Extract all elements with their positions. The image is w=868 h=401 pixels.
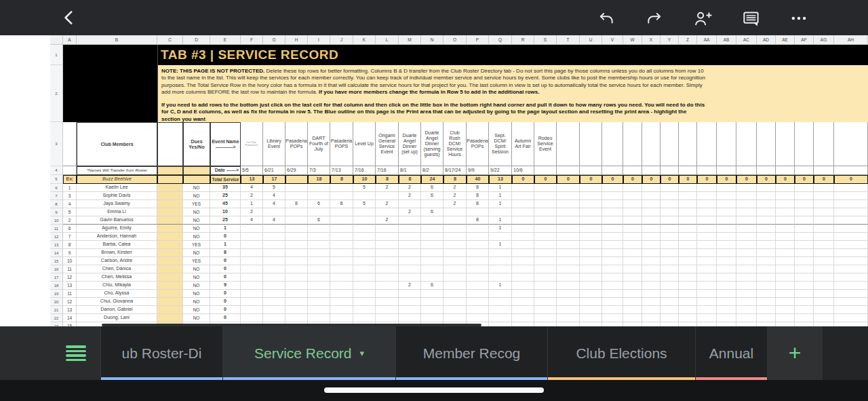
cell-Q20[interactable]: [489, 298, 512, 306]
cell-AE11[interactable]: [776, 225, 795, 233]
cell-D16[interactable]: NO: [183, 265, 210, 273]
cell-N21[interactable]: [421, 306, 443, 314]
cell-Q13[interactable]: 1: [489, 241, 512, 249]
column-header-AF[interactable]: AF: [795, 35, 814, 45]
cell-P13[interactable]: [467, 241, 489, 249]
cell-W5[interactable]: 0: [623, 175, 642, 184]
cell-L9[interactable]: [376, 208, 399, 216]
cell-X17[interactable]: [642, 273, 660, 282]
column-header-E[interactable]: E: [210, 35, 241, 45]
cell-AF16[interactable]: [795, 265, 814, 273]
cell-M14[interactable]: [399, 249, 421, 257]
cell-K14[interactable]: [353, 249, 376, 257]
cell-R15[interactable]: [512, 257, 534, 265]
cell-D5[interactable]: [183, 175, 210, 184]
column-header-U[interactable]: U: [580, 35, 602, 45]
cell-AA5[interactable]: 0: [697, 175, 717, 184]
cell-Y3[interactable]: [660, 122, 679, 166]
cell-K17[interactable]: [353, 273, 376, 282]
cell-A13[interactable]: 8: [63, 241, 77, 249]
cell-AF9[interactable]: [795, 208, 814, 216]
cell-AF11[interactable]: [795, 225, 814, 233]
sheet-tab-ub-roster-di[interactable]: ub Roster-Di: [100, 326, 222, 380]
column-header-X[interactable]: X: [642, 35, 660, 45]
row-header-9[interactable]: 9: [50, 208, 63, 216]
cell-L16[interactable]: [376, 265, 399, 273]
cell-C18[interactable]: [157, 282, 183, 290]
cell-N8[interactable]: [421, 200, 443, 208]
cell-B21[interactable]: Danon, Gabriel: [77, 306, 157, 314]
cell-L22[interactable]: [376, 314, 399, 322]
cell-H13[interactable]: [285, 241, 308, 249]
cell-AB12[interactable]: [717, 233, 736, 241]
cell-X18[interactable]: [642, 282, 660, 290]
cell-AC6[interactable]: [736, 184, 757, 192]
cell-AH22[interactable]: [834, 314, 868, 322]
cell-F14[interactable]: [241, 249, 263, 257]
cell-W18[interactable]: [623, 282, 642, 290]
cell-N10[interactable]: [421, 216, 443, 225]
cell-M16[interactable]: [399, 265, 421, 273]
cell-AD20[interactable]: [757, 298, 776, 306]
cell-AE16[interactable]: [776, 265, 795, 273]
cell-N4[interactable]: 8/2: [421, 166, 443, 175]
cell-I6[interactable]: [308, 184, 330, 192]
cell-E21[interactable]: 0: [210, 306, 241, 314]
cell-AD7[interactable]: [757, 192, 776, 200]
row-header-6[interactable]: 6: [50, 184, 63, 192]
cell-F16[interactable]: [241, 265, 263, 273]
cell-I16[interactable]: [308, 265, 330, 273]
cell-E8[interactable]: 45: [210, 200, 241, 208]
cell-W20[interactable]: [623, 298, 642, 306]
cell-F20[interactable]: [241, 298, 263, 306]
cell-X22[interactable]: [642, 314, 660, 322]
cell-AH3[interactable]: [834, 122, 868, 166]
cell-AA4[interactable]: [697, 166, 717, 175]
cell-Q9[interactable]: [489, 208, 512, 216]
cell-R5[interactable]: 0: [512, 175, 534, 184]
cell-AD12[interactable]: [757, 233, 776, 241]
cell-E19[interactable]: 0: [210, 290, 241, 298]
row-header-14[interactable]: 14: [50, 249, 63, 257]
cell-AB19[interactable]: [717, 290, 736, 298]
cell-T11[interactable]: [557, 225, 580, 233]
cell-G16[interactable]: [263, 265, 285, 273]
cell-N6[interactable]: 6: [421, 184, 443, 192]
cell-U8[interactable]: [580, 200, 602, 208]
cell-C5[interactable]: [157, 175, 183, 184]
cell-H10[interactable]: [285, 216, 308, 225]
cell-D21[interactable]: NO: [183, 306, 210, 314]
cell-AD11[interactable]: [757, 225, 776, 233]
cell-D11[interactable]: NO: [183, 225, 210, 233]
cell-I5[interactable]: 18: [308, 175, 330, 184]
cell-G22[interactable]: [263, 314, 285, 322]
cell-AA11[interactable]: [697, 225, 717, 233]
cell-Q21[interactable]: [489, 306, 512, 314]
cell-AD16[interactable]: [757, 265, 776, 273]
column-header-W[interactable]: W: [623, 35, 642, 45]
cell-AA10[interactable]: [697, 216, 717, 225]
cell-A18[interactable]: 13: [63, 282, 77, 290]
cell-E15[interactable]: 0: [210, 257, 241, 265]
cell-AA22[interactable]: [697, 314, 717, 322]
cell-K18[interactable]: [353, 282, 376, 290]
cell-L19[interactable]: [376, 290, 399, 298]
cell-J5[interactable]: 8: [330, 175, 353, 184]
cell-AF17[interactable]: [795, 273, 814, 282]
cell-N12[interactable]: [421, 233, 443, 241]
tab-dropdown-caret-icon[interactable]: ▾: [360, 348, 365, 358]
cell-Z9[interactable]: [679, 208, 697, 216]
cell-R10[interactable]: [512, 216, 534, 225]
cell-AG16[interactable]: [814, 265, 834, 273]
cell-M8[interactable]: [399, 200, 421, 208]
cell-J7[interactable]: [330, 192, 353, 200]
cell-T12[interactable]: [557, 233, 580, 241]
cell-AD19[interactable]: [757, 290, 776, 298]
cell-O9[interactable]: [443, 208, 467, 216]
cell-AH13[interactable]: [834, 241, 868, 249]
cell-J15[interactable]: [330, 257, 353, 265]
cell-U11[interactable]: [580, 225, 602, 233]
cell-C8[interactable]: [157, 200, 183, 208]
cell-R22[interactable]: [512, 314, 534, 322]
cell-AA6[interactable]: [697, 184, 717, 192]
